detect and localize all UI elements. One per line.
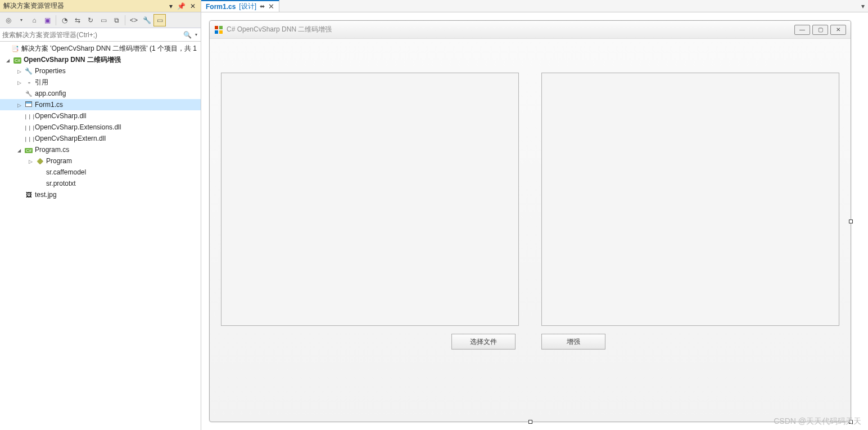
enhance-button[interactable]: 增强 (541, 334, 605, 350)
svg-rect-2 (215, 30, 218, 34)
tree-label: OpenCvSharp DNN 二维码增强 (24, 55, 121, 65)
refresh-button[interactable]: ◔ (58, 14, 71, 26)
resize-handle-e[interactable] (849, 220, 853, 223)
form-window[interactable]: C# OpenCvSharp DNN 二维码增强 — ▢ ✕ 选择文件 增强 (209, 20, 851, 422)
view-button[interactable]: ▭ (153, 14, 166, 26)
app-icon (214, 25, 223, 34)
close-icon[interactable]: ✕ (188, 2, 197, 10)
form-title: C# OpenCvSharp DNN 二维码增强 (227, 25, 794, 34)
form-body: 选择文件 增强 (210, 39, 851, 422)
tab-suffix: [设计] (239, 2, 256, 11)
config-icon (24, 89, 34, 97)
collapse-button[interactable]: ↻ (84, 14, 97, 26)
designer-canvas[interactable]: C# OpenCvSharp DNN 二维码增强 — ▢ ✕ 选择文件 增强 C… (201, 12, 868, 430)
dll-icon (24, 112, 34, 120)
tree-caffemodel[interactable]: sr.caffemodel (0, 167, 201, 178)
image-icon (24, 191, 34, 199)
tree-label: OpenCvSharp.dll (35, 112, 86, 120)
wrench-icon (24, 67, 34, 75)
code-button[interactable]: <> (128, 14, 140, 26)
dropdown-icon[interactable]: ▾ (168, 2, 174, 10)
preview-button[interactable]: ⧉ (110, 14, 123, 26)
tree-label: test.jpg (35, 191, 57, 199)
form-icon (24, 101, 34, 109)
dll-icon (24, 135, 34, 142)
tree-appconfig[interactable]: app.config (0, 88, 201, 99)
explorer-toolbar: ◎ ▾ ⌂ ▣ ◔ ⇆ ↻ ▭ ⧉ <> 🔧 ▭ (0, 12, 201, 28)
references-icon (24, 78, 34, 86)
panel-header: 解决方案资源管理器 ▾ 📌 ✕ (0, 0, 201, 12)
form-titlebar: C# OpenCvSharp DNN 二维码增强 — ▢ ✕ (210, 21, 851, 39)
svg-rect-0 (215, 26, 218, 29)
tree-properties[interactable]: Properties (0, 65, 201, 77)
resize-handle-s[interactable] (528, 420, 532, 424)
solution-icon (10, 44, 20, 52)
back-button[interactable]: ◎ (2, 14, 15, 26)
svg-rect-1 (219, 26, 223, 29)
search-dropdown-icon[interactable]: ▾ (194, 32, 198, 37)
picture-box-1[interactable] (221, 73, 519, 326)
tree-label: Form1.cs (35, 101, 63, 109)
tab-dropdown-icon[interactable]: ▾ (861, 2, 865, 10)
tree-dll3[interactable]: OpenCvSharpExtern.dll (0, 133, 201, 144)
tree-form1cs[interactable]: Form1.cs (0, 99, 201, 110)
tree-label: OpenCvSharp.Extensions.dll (35, 123, 121, 131)
maximize-button[interactable]: ▢ (812, 25, 828, 35)
close-icon[interactable]: ✕ (268, 2, 274, 11)
minimize-button[interactable]: — (794, 25, 810, 35)
watermark: CSDN @天天代码码天天 (774, 416, 861, 427)
sync-button[interactable]: ⇆ (71, 14, 84, 26)
tree-label: Properties (35, 67, 66, 75)
tree-programcs[interactable]: C# Program.cs (0, 144, 201, 155)
pin-icon[interactable]: 📌 (175, 2, 187, 10)
tree-solution[interactable]: 解决方案 'OpenCvSharp DNN 二维码增强' (1 个项目，共 1 (0, 43, 201, 54)
search-box[interactable]: 🔍 ▾ (0, 28, 201, 42)
csharp-file-icon: C# (24, 146, 34, 154)
tree-prototxt[interactable]: sr.prototxt (0, 178, 201, 189)
tab-filename: Form1.cs (206, 3, 236, 11)
tree-label: app.config (35, 89, 66, 97)
tree-dll1[interactable]: OpenCvSharp.dll (0, 110, 201, 122)
panel-title: 解决方案资源管理器 (3, 1, 168, 11)
tree-label: 解决方案 'OpenCvSharp DNN 二维码增强' (1 个项目，共 1 (21, 44, 197, 53)
file-icon (35, 180, 45, 187)
tree-program-class[interactable]: Program (0, 155, 201, 167)
tree-label: 引用 (35, 78, 48, 87)
tree-label: OpenCvSharpExtern.dll (35, 135, 106, 142)
tree-label: sr.prototxt (46, 180, 76, 187)
tree-label: sr.caffemodel (46, 168, 86, 176)
csharp-project-icon: C# (12, 56, 22, 64)
close-button[interactable]: ✕ (830, 25, 846, 35)
select-file-button[interactable]: 选择文件 (451, 334, 516, 350)
solution-explorer-panel: 解决方案资源管理器 ▾ 📌 ✕ ◎ ▾ ⌂ ▣ ◔ ⇆ ↻ ▭ ⧉ <> 🔧 ▭… (0, 0, 201, 430)
solution-tree: 解决方案 'OpenCvSharp DNN 二维码增强' (1 个项目，共 1 … (0, 42, 201, 430)
tree-label: Program (46, 157, 72, 165)
tab-form1-design[interactable]: Form1.cs [设计] ⬌ ✕ (201, 0, 279, 12)
picture-box-2[interactable] (541, 73, 839, 326)
tree-dll2[interactable]: OpenCvSharp.Extensions.dll (0, 122, 201, 133)
scope-button[interactable]: ▣ (41, 14, 53, 26)
pin-icon[interactable]: ⬌ (260, 3, 265, 10)
dll-icon (24, 123, 34, 131)
designer-area: Form1.cs [设计] ⬌ ✕ ▾ C# OpenCvSharp DNN 二… (201, 0, 868, 430)
properties-button[interactable]: 🔧 (141, 14, 153, 26)
search-input[interactable] (2, 31, 181, 39)
search-icon[interactable]: 🔍 (181, 31, 194, 39)
home-button[interactable]: ⌂ (28, 14, 40, 26)
forward-button[interactable]: ▾ (15, 14, 28, 26)
tree-testimg[interactable]: test.jpg (0, 189, 201, 200)
show-all-button[interactable]: ▭ (97, 14, 110, 26)
file-icon (35, 168, 45, 176)
svg-rect-3 (219, 30, 223, 34)
class-icon (35, 157, 45, 165)
tree-references[interactable]: 引用 (0, 77, 201, 88)
tree-label: Program.cs (35, 146, 69, 154)
tree-project[interactable]: C# OpenCvSharp DNN 二维码增强 (0, 54, 201, 65)
tab-bar: Form1.cs [设计] ⬌ ✕ ▾ (201, 0, 868, 12)
